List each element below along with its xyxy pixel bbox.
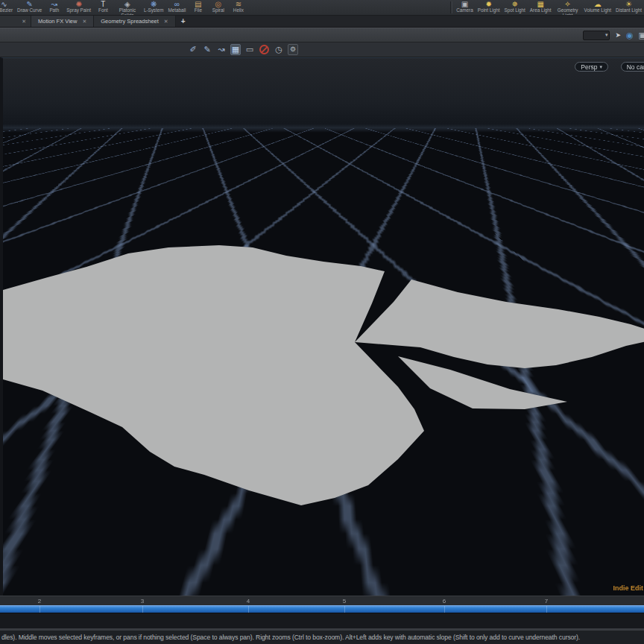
chevron-down-icon: ▾ (605, 32, 608, 38)
edit-curve-icon[interactable]: ✎ (202, 44, 212, 55)
shelf-tool-label: Spiral (212, 8, 224, 13)
stopwatch-icon[interactable]: ◷ (274, 44, 284, 55)
disable-icon[interactable] (259, 44, 270, 55)
path-dropdown[interactable]: ▾ (583, 31, 610, 40)
shelf-tool-path[interactable]: ↝Path (44, 0, 64, 15)
houdini-window: ∿e Bezier✎Draw Curve↝Path✺Spray PaintTFo… (0, 0, 644, 644)
playbar-tick (344, 606, 345, 613)
shelf-tool-e-bezier[interactable]: ∿e Bezier (0, 0, 15, 15)
sync-globe-icon[interactable]: ◉ (626, 31, 634, 40)
shelf-tool-point-light[interactable]: ✹Point Light (476, 0, 502, 15)
drawn-shape-svg (3, 58, 644, 596)
playbar-tick (444, 606, 445, 613)
playbar-subbar (0, 613, 644, 628)
motion-path-icon[interactable]: ↝ (216, 44, 227, 55)
shelf-tool-l-system[interactable]: ❋L-System (142, 0, 166, 15)
shelf-tool-label: Draw Curve (17, 8, 42, 13)
shelf-tool-label: Helix (233, 8, 244, 13)
frame-tick-label: 4 (247, 598, 250, 604)
timeline-ruler[interactable]: 234567 (0, 596, 644, 605)
shelf-tool-volume-light[interactable]: ☁Volume Light (582, 0, 613, 15)
shelf-separator (450, 1, 452, 13)
shelf-tool-geometry-light[interactable]: ✧Geometry Light (554, 0, 582, 15)
shelf-tool-file[interactable]: ▤File (188, 0, 208, 15)
settings-gear-icon[interactable]: ⚙ (288, 44, 298, 55)
viewport-3d[interactable]: Persp ▾ No cam Indie Edit (0, 57, 644, 596)
shelf-tool-camera[interactable]: ▣Camera (454, 0, 475, 15)
tab-label: Geometry Spreadsheet (101, 18, 159, 25)
tab-geometry-spreadsheet[interactable]: Geometry Spreadsheet✕ (94, 16, 175, 27)
close-icon[interactable]: ✕ (82, 19, 86, 25)
close-icon[interactable]: ✕ (22, 19, 26, 25)
shelf-tool-label: Point Light (478, 8, 500, 13)
shelf-tool-platonic-solids[interactable]: ◈Platonic Solids (113, 0, 142, 15)
viewport-toolbar: ✐✎↝▦▭◷⚙ (0, 42, 644, 57)
shelf-tool-spray-paint[interactable]: ✺Spray Paint (64, 0, 93, 15)
chevron-down-icon: ▾ (599, 64, 602, 70)
shelf-tool-label: Metaball (168, 8, 186, 13)
panel-icon[interactable]: ▣ (639, 31, 644, 40)
frame-tick-label: 5 (343, 598, 346, 604)
camera-dropdown[interactable]: No cam (621, 62, 644, 72)
status-help-bar: dles). Middle moves selected keyframes, … (0, 628, 644, 644)
close-icon[interactable]: ✕ (164, 19, 168, 25)
persp-view-dropdown[interactable]: Persp ▾ (575, 62, 608, 72)
shelf-left-tools: ∿e Bezier✎Draw Curve↝Path✺Spray PaintTFo… (0, 0, 248, 15)
shelf-tool-label: Spray Paint (66, 8, 91, 13)
shelf-tool-metaball[interactable]: ∞Metaball (166, 0, 189, 15)
shelf-tool-helix[interactable]: ≋Helix (228, 0, 248, 15)
shelf-tool-label: Area Light (530, 8, 552, 13)
shelf-tool-label: Spot Light (504, 8, 525, 13)
shelf-tool-label: File (195, 8, 202, 13)
indie-edition-watermark: Indie Edit (613, 584, 644, 592)
frame-tick-label: 7 (545, 598, 548, 604)
tab-strip: Motion FX View✕Geometry Spreadsheet✕ (31, 16, 176, 27)
frame-tick-label: 3 (141, 598, 144, 604)
path-bar: ▾ ➤ ◉ ▣ (0, 28, 644, 42)
pane-tab-bar: ✕ Motion FX View✕Geometry Spreadsheet✕ + (0, 16, 644, 28)
tab-motion-fx-view[interactable]: Motion FX View✕ (31, 16, 94, 27)
shelf-tool-label: Camera (456, 8, 473, 13)
shelf-tool-label: Volume Light (584, 8, 611, 13)
shelf-tool-label: Font (98, 8, 108, 13)
pin-arrow-icon[interactable]: ➤ (615, 31, 621, 40)
keyframe-view-icon[interactable]: ▦ (230, 44, 241, 55)
playbar-tick (142, 606, 143, 613)
status-help-text: dles). Middle moves selected keyframes, … (1, 634, 580, 641)
shelf-tool-label: e Bezier (0, 8, 13, 13)
shelf-tool-label: Geometry Light (556, 8, 580, 16)
frame-tick-label: 2 (38, 598, 41, 604)
shelf-tool-spiral[interactable]: ◎Spiral (208, 0, 228, 15)
shelf-tool-label: Platonic Solids (116, 8, 139, 16)
new-tab-button[interactable]: + (176, 16, 191, 27)
shelf-tool-font[interactable]: TFont (93, 0, 113, 15)
annotation-icon[interactable]: ▭ (244, 44, 255, 55)
camera-label: No cam (627, 63, 644, 71)
shelf-tool-draw-curve[interactable]: ✎Draw Curve (15, 0, 44, 15)
show-handles-icon[interactable]: ✐ (188, 44, 198, 55)
tab-remnant[interactable]: ✕ (0, 16, 31, 27)
playbar[interactable] (0, 605, 644, 613)
shelf-right-tools: ▣Camera✹Point Light✵Spot Light▦Area Ligh… (454, 0, 644, 15)
shelf-right-tools-wrap: ▣Camera✹Point Light✵Spot Light▦Area Ligh… (449, 0, 644, 15)
frame-tick-label: 6 (443, 598, 446, 604)
shelf-tool-distant-light[interactable]: ☀Distant Light (613, 0, 644, 15)
shelf-toolbar: ∿e Bezier✎Draw Curve↝Path✺Spray PaintTFo… (0, 0, 644, 16)
playbar-tick (248, 606, 249, 613)
shelf-tool-label: Path (49, 8, 59, 13)
playbar-tick (40, 606, 40, 613)
shelf-tool-spot-light[interactable]: ✵Spot Light (502, 0, 527, 15)
tab-label: Motion FX View (38, 18, 77, 25)
playbar-tick (546, 606, 547, 613)
persp-label: Persp (581, 63, 597, 71)
main-shape[interactable] (3, 245, 644, 505)
shelf-tool-label: L-System (144, 8, 164, 13)
shelf-tool-area-light[interactable]: ▦Area Light (528, 0, 554, 15)
shelf-tool-label: Distant Light (616, 8, 642, 13)
